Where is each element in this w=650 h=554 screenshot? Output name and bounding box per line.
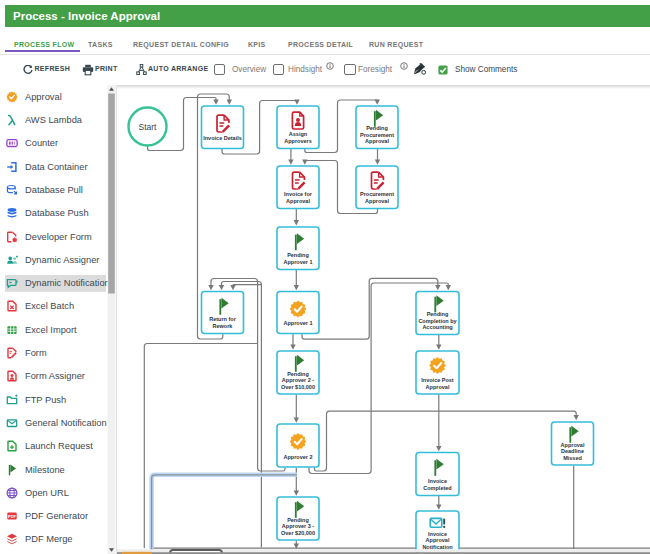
- svg-text:Invoice: Invoice: [428, 478, 447, 484]
- svg-text:Approval: Approval: [426, 384, 450, 390]
- svg-text:Deadline: Deadline: [561, 448, 584, 454]
- svg-text:Approval: Approval: [561, 442, 585, 448]
- svg-text:Pending: Pending: [427, 311, 449, 317]
- svg-text:Procurement: Procurement: [360, 191, 394, 197]
- svg-text:Approver 2: Approver 2: [283, 454, 312, 460]
- svg-text:Notification: Notification: [422, 544, 453, 550]
- svg-text:Invoice Post: Invoice Post: [421, 377, 454, 383]
- svg-text:Over $20,000: Over $20,000: [281, 530, 315, 536]
- svg-text:Assign: Assign: [289, 131, 308, 137]
- svg-text:Pending: Pending: [287, 252, 309, 258]
- svg-text:Approver 2 -: Approver 2 -: [282, 377, 315, 383]
- svg-text:PDF: PDF: [8, 514, 17, 519]
- svg-text:Completed: Completed: [423, 485, 451, 491]
- svg-text:Completion by: Completion by: [418, 318, 457, 324]
- svg-text:Approver 1: Approver 1: [283, 320, 312, 326]
- svg-text:Start: Start: [139, 122, 158, 132]
- svg-text:Approval: Approval: [426, 537, 450, 543]
- svg-text:Procurement: Procurement: [360, 132, 394, 138]
- svg-text:Invoice Details: Invoice Details: [203, 135, 242, 141]
- svg-text:Pending: Pending: [366, 125, 388, 131]
- svg-text:Rework: Rework: [213, 323, 234, 329]
- svg-text:Approver 3 -: Approver 3 -: [282, 523, 315, 529]
- svg-text:Return for: Return for: [209, 316, 236, 322]
- svg-text:Over $10,000: Over $10,000: [281, 384, 315, 390]
- svg-text:Pending: Pending: [287, 517, 309, 523]
- svg-text:Approval: Approval: [365, 198, 389, 204]
- svg-text:Invoice: Invoice: [428, 531, 447, 537]
- svg-text:Approvers: Approvers: [284, 138, 312, 144]
- svg-text:Missed: Missed: [563, 455, 582, 461]
- svg-text:Accounting: Accounting: [422, 324, 452, 330]
- svg-text:Approval: Approval: [286, 198, 310, 204]
- svg-text:Pending: Pending: [287, 371, 309, 377]
- svg-text:Approver 1: Approver 1: [283, 259, 312, 265]
- svg-text:Approval: Approval: [365, 138, 389, 144]
- svg-text:Invoice for: Invoice for: [284, 191, 313, 197]
